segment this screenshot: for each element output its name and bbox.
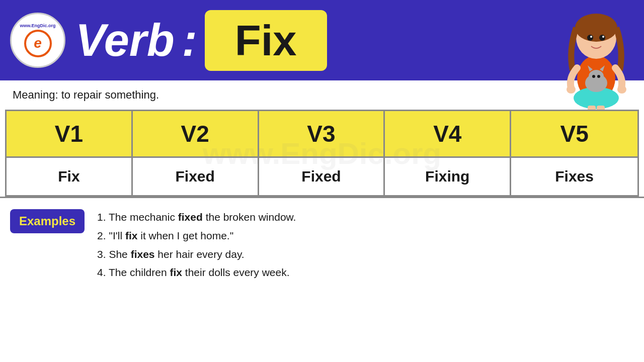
example-1-suffix: the broken window. [203,211,296,223]
svg-point-4 [587,35,593,41]
svg-point-11 [589,70,604,83]
example-4-bold: fix [170,266,182,278]
example-2-number: 2. "I'll [97,230,125,241]
logo-e-circle: e [24,30,52,57]
svg-point-15 [597,75,600,78]
table-cell-v1: Fix [7,158,133,195]
logo: www.EngDic.org e [10,13,65,68]
example-1-bold: fixed [178,211,203,223]
verb-table: www.EngDic.org V1 V2 V3 V4 V5 Fix Fixed … [5,110,639,197]
word-box: Fix [205,10,327,71]
verb-word: Fix [235,19,297,62]
example-1: 1. The mechanic fixed the broken window. [97,208,296,227]
table-cell-v5: Fixes [511,158,637,195]
verb-table-wrapper: www.EngDic.org V1 V2 V3 V4 V5 Fix Fixed … [0,110,644,197]
example-3-suffix: her hair every day. [155,248,245,260]
table-header-v5: V5 [511,111,637,156]
example-2-bold: fix [125,230,138,241]
svg-point-9 [617,85,626,94]
table-header-v3: V3 [259,111,385,156]
colon-separator: : [182,18,197,63]
examples-list: 1. The mechanic fixed the broken window.… [97,208,296,282]
meaning-label: Meaning: [13,88,58,101]
meaning-text: to repair something. [61,88,159,101]
svg-point-8 [567,85,576,94]
verb-label: Verb [75,18,175,63]
page-container: www.EngDic.org e Verb : Fix [0,0,644,362]
example-2: 2. "I'll fix it when I get home." [97,227,296,245]
example-3-bold: fixes [131,248,155,260]
example-3-prefix: 3. She [97,248,131,260]
table-header-v1: V1 [7,111,133,156]
character-svg [553,0,639,111]
svg-point-14 [592,75,595,78]
example-4-suffix: their dolls every week. [182,266,290,278]
examples-badge: Examples [10,209,85,233]
svg-point-7 [602,36,604,38]
example-1-number: 1. The mechanic [97,211,178,223]
table-header-row: V1 V2 V3 V4 V5 [7,111,637,156]
svg-point-6 [590,36,592,38]
logo-top-text: www.EngDic.org [20,23,55,29]
table-cell-v4: Fixing [385,158,511,195]
svg-point-5 [599,35,605,41]
meaning-section: Meaning: to repair something. [0,80,644,110]
character-illustration [553,0,639,111]
table-cell-v2: Fixed [133,158,259,195]
header-section: www.EngDic.org e Verb : Fix [0,0,644,80]
table-header-v4: V4 [385,111,511,156]
example-4: 4. The children fix their dolls every we… [97,263,296,282]
example-4-prefix: 4. The children [97,266,170,278]
example-2-suffix: it when I get home." [137,230,233,241]
logo-e-letter: e [34,35,42,51]
example-3: 3. She fixes her hair every day. [97,245,296,264]
table-data-row: Fix Fixed Fixed Fixing Fixes [7,156,637,195]
table-header-v2: V2 [133,111,259,156]
examples-section: Examples 1. The mechanic fixed the broke… [0,197,644,362]
table-cell-v3: Fixed [259,158,385,195]
